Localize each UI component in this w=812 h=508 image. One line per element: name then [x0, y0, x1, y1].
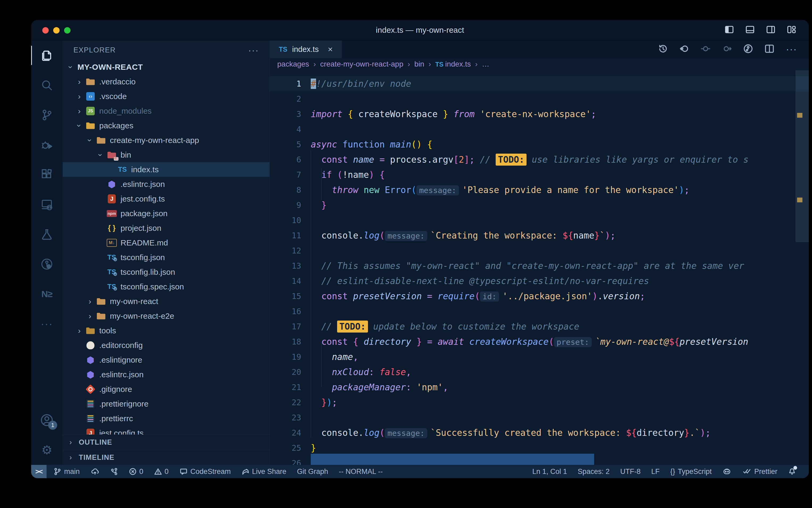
toggle-panel-icon[interactable] [745, 25, 755, 34]
activity-gitlens-icon[interactable] [31, 249, 62, 279]
tab-index-ts[interactable]: TS index.ts × [270, 40, 342, 58]
tree-item-package.json[interactable]: npmpackage.json [63, 206, 270, 221]
activity-nx-console-icon[interactable]: N≥ [31, 279, 62, 309]
status-copilot[interactable] [722, 468, 731, 475]
activity-settings-icon[interactable]: ⚙ [31, 435, 62, 465]
code-line-5[interactable]: 5async function main() { [270, 137, 809, 152]
activity-search-icon[interactable] [31, 70, 62, 100]
status-codestream[interactable]: CodeStream [179, 468, 231, 476]
zoom-window-button[interactable] [64, 27, 70, 34]
code-line-6[interactable]: 6 const name = process.argv[2]; // TODO:… [270, 152, 809, 167]
timeline-section[interactable]: › TIMELINE [63, 450, 270, 465]
tree-item-tools[interactable]: ›tools [63, 323, 270, 338]
tree-item-bin[interactable]: ›01bin [63, 147, 270, 162]
activity-run-debug-icon[interactable] [31, 130, 62, 160]
status-0[interactable]: 0 [154, 468, 169, 476]
code-line-4[interactable]: 4 [270, 122, 809, 137]
status-normal[interactable]: -- NORMAL -- [339, 468, 383, 476]
tree-item-tsconfig.lib.json[interactable]: TS⚙tsconfig.lib.json [63, 265, 270, 279]
explorer-more-actions-icon[interactable]: ··· [248, 45, 259, 55]
tree-item-.vscode[interactable]: ›‹›.vscode [63, 89, 270, 103]
tree-item-index.ts[interactable]: TSindex.ts [63, 162, 270, 177]
tree-item-.eslintignore[interactable]: ⬢.eslintignore [63, 352, 270, 367]
activity-explorer-icon[interactable] [31, 40, 62, 70]
status-lf[interactable]: LF [651, 468, 660, 476]
tree-item-.eslintrc.json[interactable]: ⬢.eslintrc.json [63, 177, 270, 192]
code-line-15[interactable]: 15 const presetVersion = require(id:'../… [270, 289, 809, 304]
tree-item-.prettierignore[interactable]: .prettierignore [63, 396, 270, 411]
customize-layout-icon[interactable] [786, 25, 797, 34]
scrollbar-thumb[interactable] [796, 70, 809, 242]
code-line-24[interactable]: 24 console.log(message:`Successfully cre… [270, 425, 809, 440]
code-editor[interactable]: 1#!/usr/bin/env node23import { createWor… [270, 70, 809, 465]
code-line-11[interactable]: 11 console.log(message:`Creating the wor… [270, 228, 809, 243]
tree-item-readme.md[interactable]: M↓README.md [63, 236, 270, 250]
tree-item-.editorconfig[interactable]: .editorconfig [63, 338, 270, 352]
code-line-7[interactable]: 7 if (!name) { [270, 167, 809, 182]
code-line-23[interactable]: 23 [270, 410, 809, 425]
close-tab-icon[interactable]: × [328, 44, 333, 54]
horizontal-scrollbar[interactable] [311, 454, 594, 465]
status-main[interactable]: main [53, 468, 80, 476]
navigate-back-icon[interactable] [679, 44, 689, 54]
tree-item-tsconfig.spec.json[interactable]: TS⚙tsconfig.spec.json [63, 279, 270, 294]
code-line-2[interactable]: 2 [270, 91, 809, 107]
activity-more-views-icon[interactable]: ··· [31, 309, 62, 339]
tree-item-jest.config.ts[interactable]: Jjest.config.ts [63, 426, 270, 434]
code-line-13[interactable]: 13 // This assumes "my-own-react" and "c… [270, 258, 809, 273]
code-line-9[interactable]: 9 } [270, 198, 809, 213]
code-line-3[interactable]: 3import { createWorkspace } from 'create… [270, 107, 809, 122]
more-actions-icon[interactable]: ··· [786, 44, 797, 55]
code-line-12[interactable]: 12 [270, 243, 809, 258]
status-git-graph[interactable]: Git Graph [297, 468, 328, 476]
split-editor-icon[interactable] [765, 44, 774, 54]
tree-item-create-my-own-react-app[interactable]: ›create-my-own-react-app [63, 133, 270, 147]
status-utf-8[interactable]: UTF-8 [620, 468, 641, 476]
code-line-1[interactable]: 1#!/usr/bin/env node [270, 76, 809, 91]
status-bell-dot[interactable] [788, 468, 796, 475]
next-change-icon[interactable] [722, 44, 732, 54]
breadcrumb-item[interactable]: bin [414, 60, 424, 69]
status-spaces-2[interactable]: Spaces: 2 [578, 468, 610, 476]
toggle-secondary-sidebar-icon[interactable] [766, 25, 776, 34]
close-window-button[interactable] [42, 27, 49, 34]
breadcrumb-item[interactable]: create-my-own-react-app [320, 60, 403, 69]
breadcrumb-item[interactable]: packages [277, 60, 309, 69]
breadcrumb-item[interactable]: TS index.ts [435, 60, 471, 69]
code-line-25[interactable]: 25} [270, 440, 809, 456]
code-line-8[interactable]: 8 throw new Error(message:'Please provid… [270, 182, 809, 198]
code-line-19[interactable]: 19 name, [270, 349, 809, 365]
tree-item-my-own-react-e2e[interactable]: ›my-own-react-e2e [63, 308, 270, 323]
source-control-graph-icon[interactable] [744, 44, 753, 54]
tree-item-.prettierrc[interactable]: .prettierrc [63, 411, 270, 426]
tree-item-.verdaccio[interactable]: ›.verdaccio [63, 74, 270, 89]
code-line-18[interactable]: 18 const { directory } = await createWor… [270, 334, 809, 349]
activity-account-icon[interactable]: 1 [31, 405, 62, 435]
minimize-window-button[interactable] [53, 27, 60, 34]
remote-window-indicator[interactable]: >< [31, 465, 47, 478]
code-line-22[interactable]: 22 }); [270, 395, 809, 410]
breadcrumb-item[interactable]: … [482, 60, 489, 69]
status-prettier[interactable]: Prettier [742, 468, 777, 476]
tree-item-.eslintrc.json[interactable]: ⬢.eslintrc.json [63, 367, 270, 382]
tree-item-my-own-react[interactable]: ›my-own-react [63, 294, 270, 308]
tree-item-project.json[interactable]: { }project.json [63, 221, 270, 236]
status-git-fork[interactable] [110, 468, 118, 475]
timeline-history-icon[interactable] [658, 44, 668, 54]
status-0[interactable]: 0 [129, 468, 143, 476]
tree-item-packages[interactable]: ›packages [63, 118, 270, 133]
tree-item-.gitignore[interactable]: .gitignore [63, 382, 270, 396]
tree-item-tsconfig.json[interactable]: TS⚙tsconfig.json [63, 250, 270, 265]
code-line-10[interactable]: 10 [270, 213, 809, 228]
toggle-primary-sidebar-icon[interactable] [724, 25, 734, 34]
activity-remote-explorer-icon[interactable] [31, 189, 62, 219]
tree-item-node_modules[interactable]: ›JSnode_modules [63, 103, 270, 118]
status-cloud-upload[interactable] [90, 468, 99, 475]
prev-change-icon[interactable] [701, 44, 710, 54]
outline-section[interactable]: › OUTLINE [63, 434, 270, 450]
tree-root-my-own-react[interactable]: ›MY-OWN-REACT [63, 60, 270, 74]
activity-testing-icon[interactable] [31, 219, 62, 249]
status-typescript[interactable]: {}TypeScript [670, 468, 712, 476]
activity-source-control-icon[interactable] [31, 100, 62, 130]
code-line-16[interactable]: 16 [270, 304, 809, 319]
